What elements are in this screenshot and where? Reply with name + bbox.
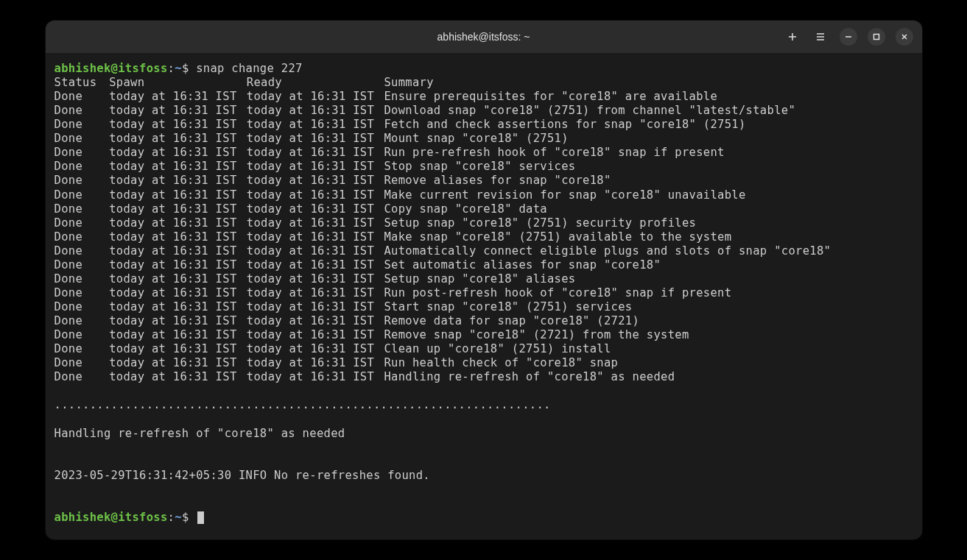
output-row: Donetoday at 16:31 ISTtoday at 16:31 IST… (54, 342, 913, 356)
cell-ready: today at 16:31 IST (247, 174, 384, 188)
cell-ready: today at 16:31 IST (247, 118, 384, 132)
prompt-user-host: abhishek@itsfoss (54, 511, 168, 524)
cell-ready: today at 16:31 IST (247, 230, 384, 244)
cell-summary: Setup snap "core18" (2751) security prof… (384, 216, 696, 230)
cell-summary: Set automatic aliases for snap "core18" (384, 258, 661, 272)
cell-status: Done (54, 244, 110, 258)
header-status: Status (54, 76, 110, 90)
terminal-body[interactable]: abhishek@itsfoss:~$ snap change 227Statu… (46, 53, 922, 539)
cell-ready: today at 16:31 IST (247, 272, 384, 286)
cell-summary: Download snap "core18" (2751) from chann… (384, 104, 795, 117)
new-tab-button[interactable] (784, 28, 801, 46)
cell-status: Done (54, 104, 110, 118)
output-row: Donetoday at 16:31 ISTtoday at 16:31 IST… (54, 174, 913, 188)
cell-spawn: today at 16:31 IST (109, 356, 247, 370)
cell-summary: Remove snap "core18" (2721) from the sys… (384, 328, 689, 341)
output-row: Donetoday at 16:31 ISTtoday at 16:31 IST… (54, 328, 913, 342)
close-button[interactable] (896, 28, 913, 46)
output-row: Donetoday at 16:31 ISTtoday at 16:31 IST… (54, 118, 913, 132)
cell-spawn: today at 16:31 IST (109, 314, 247, 328)
cell-summary: Remove data for snap "core18" (2721) (384, 314, 639, 327)
prompt-line: abhishek@itsfoss:~$ snap change 227 (54, 62, 913, 76)
cell-spawn: today at 16:31 IST (109, 370, 247, 384)
cell-summary: Make snap "core18" (2751) available to t… (384, 230, 731, 244)
cell-spawn: today at 16:31 IST (109, 174, 247, 188)
command-text: snap change 227 (196, 62, 302, 75)
cell-spawn: today at 16:31 IST (109, 160, 247, 174)
cell-status: Done (54, 314, 110, 328)
cell-summary: Copy snap "core18" data (384, 202, 547, 216)
output-row: Donetoday at 16:31 ISTtoday at 16:31 IST… (54, 314, 913, 328)
cell-status: Done (54, 202, 110, 216)
cell-ready: today at 16:31 IST (247, 90, 384, 104)
hamburger-menu-button[interactable] (812, 28, 829, 46)
cell-ready: today at 16:31 IST (247, 244, 384, 258)
cell-status: Done (54, 342, 110, 356)
prompt-path: ~ (175, 511, 182, 524)
cell-status: Done (54, 174, 110, 188)
prompt-dollar: $ (182, 62, 189, 75)
cell-ready: today at 16:31 IST (247, 258, 384, 272)
cell-status: Done (54, 188, 110, 202)
cell-spawn: today at 16:31 IST (109, 328, 247, 342)
cell-spawn: today at 16:31 IST (109, 104, 247, 118)
cell-ready: today at 16:31 IST (247, 356, 384, 370)
cell-summary: Automatically connect eligible plugs and… (384, 244, 831, 258)
cell-ready: today at 16:31 IST (247, 300, 384, 314)
footer-dots: ........................................… (54, 398, 913, 412)
cell-ready: today at 16:31 IST (247, 188, 384, 202)
cell-status: Done (54, 272, 110, 286)
output-row: Donetoday at 16:31 ISTtoday at 16:31 IST… (54, 230, 913, 244)
output-row: Donetoday at 16:31 ISTtoday at 16:31 IST… (54, 370, 913, 384)
titlebar: abhishek@itsfoss: ~ (46, 21, 922, 53)
cell-summary: Remove aliases for snap "core18" (384, 174, 611, 187)
cell-summary: Stop snap "core18" services (384, 160, 575, 173)
cell-ready: today at 16:31 IST (247, 104, 384, 118)
prompt-separator: : (168, 62, 175, 75)
cursor (197, 511, 204, 524)
output-row: Donetoday at 16:31 ISTtoday at 16:31 IST… (54, 90, 913, 104)
cell-spawn: today at 16:31 IST (109, 90, 247, 104)
cell-status: Done (54, 230, 110, 244)
cell-summary: Make current revision for snap "core18" … (384, 188, 745, 202)
cell-spawn: today at 16:31 IST (109, 258, 247, 272)
output-row: Donetoday at 16:31 ISTtoday at 16:31 IST… (54, 244, 913, 258)
output-row: Donetoday at 16:31 ISTtoday at 16:31 IST… (54, 258, 913, 272)
cell-ready: today at 16:31 IST (247, 314, 384, 328)
output-row: Donetoday at 16:31 ISTtoday at 16:31 IST… (54, 216, 913, 230)
cell-status: Done (54, 370, 110, 384)
prompt-line-2: abhishek@itsfoss:~$ (54, 511, 913, 525)
cell-spawn: today at 16:31 IST (109, 300, 247, 314)
titlebar-controls (784, 28, 913, 46)
minimize-button[interactable] (840, 28, 857, 46)
prompt-path: ~ (175, 62, 182, 75)
cell-status: Done (54, 132, 110, 146)
cell-ready: today at 16:31 IST (247, 160, 384, 174)
cell-spawn: today at 16:31 IST (109, 132, 247, 146)
cell-status: Done (54, 356, 110, 370)
cell-status: Done (54, 216, 110, 230)
cell-ready: today at 16:31 IST (247, 216, 384, 230)
cell-spawn: today at 16:31 IST (109, 272, 247, 286)
maximize-button[interactable] (868, 28, 885, 46)
output-row: Donetoday at 16:31 ISTtoday at 16:31 IST… (54, 272, 913, 286)
window-title: abhishek@itsfoss: ~ (437, 31, 530, 43)
header-summary: Summary (384, 76, 433, 89)
cell-status: Done (54, 118, 110, 132)
cell-ready: today at 16:31 IST (247, 146, 384, 160)
output-row: Donetoday at 16:31 ISTtoday at 16:31 IST… (54, 202, 913, 216)
svg-rect-0 (873, 34, 879, 39)
output-row: Donetoday at 16:31 ISTtoday at 16:31 IST… (54, 146, 913, 160)
cell-status: Done (54, 258, 110, 272)
output-row: Donetoday at 16:31 ISTtoday at 16:31 IST… (54, 188, 913, 202)
cell-spawn: today at 16:31 IST (109, 230, 247, 244)
cell-summary: Mount snap "core18" (2751) (384, 132, 568, 145)
cell-summary: Run health check of "core18" snap (384, 356, 618, 369)
cell-summary: Run post-refresh hook of "core18" snap i… (384, 286, 731, 300)
cell-spawn: today at 16:31 IST (109, 202, 247, 216)
prompt-separator: : (168, 511, 175, 524)
cell-spawn: today at 16:31 IST (109, 342, 247, 356)
cell-summary: Clean up "core18" (2751) install (384, 342, 611, 355)
output-row: Donetoday at 16:31 ISTtoday at 16:31 IST… (54, 104, 913, 118)
cell-status: Done (54, 90, 110, 104)
